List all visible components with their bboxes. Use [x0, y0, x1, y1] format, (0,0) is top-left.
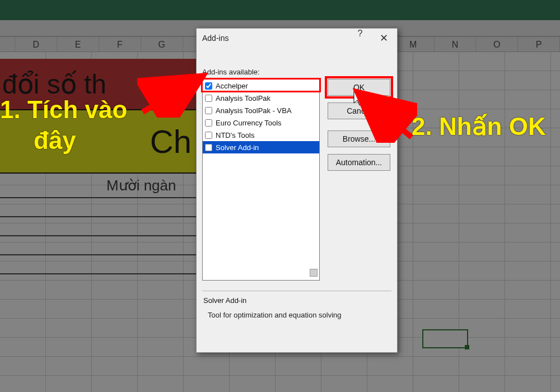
column-header[interactable]: P	[518, 37, 560, 52]
active-cell-cursor[interactable]	[422, 329, 468, 348]
checkbox-ntd-tools[interactable]	[205, 132, 212, 139]
svg-line-0	[143, 78, 199, 112]
list-item-acchelper[interactable]: Acchelper	[203, 80, 319, 92]
addins-listbox[interactable]: Acchelper Analysis ToolPak Analysis Tool…	[202, 79, 320, 281]
list-item-label: Euro Currency Tools	[216, 119, 282, 127]
divider	[202, 291, 391, 291]
column-header[interactable]: O	[476, 37, 518, 52]
row-border	[0, 197, 196, 198]
close-icon: ✕	[380, 32, 388, 44]
column-header[interactable]: N	[435, 37, 477, 52]
checkbox-euro-currency[interactable]	[205, 119, 212, 127]
svg-line-1	[361, 95, 412, 137]
annotation-step1-line2: đây	[0, 127, 76, 154]
checkbox-solver[interactable]	[205, 144, 212, 151]
list-item-ntd-tools[interactable]: NTD's Tools	[203, 129, 319, 141]
close-button[interactable]: ✕	[372, 29, 395, 48]
list-item-label: Solver Add-in	[216, 143, 259, 152]
column-header[interactable]: F	[99, 37, 141, 52]
description-title: Solver Add-in	[203, 296, 246, 305]
arrow-to-ok	[350, 87, 417, 143]
list-item-euro-currency[interactable]: Euro Currency Tools	[203, 116, 319, 129]
list-item-label: NTD's Tools	[216, 131, 254, 139]
text-cell: Mười ngàn	[106, 177, 176, 194]
list-item-analysis-toolpak-vba[interactable]: Analysis ToolPak - VBA	[203, 104, 319, 116]
scrollbar-thumb[interactable]	[310, 269, 318, 277]
description-body: Tool for optimization and equation solvi…	[208, 311, 390, 319]
column-header	[0, 37, 15, 52]
screenshot-stage: D E F G H I J K L M N O P đổi số th Ch M…	[0, 0, 560, 392]
column-header[interactable]: D	[15, 37, 57, 52]
column-header[interactable]: G	[141, 37, 183, 52]
annotation-step1: 1. Tích vào đây	[0, 94, 127, 156]
yellow-banner-text: Ch	[150, 123, 192, 160]
list-item-label: Analysis ToolPak	[216, 94, 270, 102]
help-button[interactable]: ?	[349, 29, 371, 48]
row-border	[0, 273, 196, 274]
column-header[interactable]: M	[393, 37, 435, 52]
list-item-solver[interactable]: Solver Add-in	[203, 141, 319, 153]
addins-dialog: Add-ins ? ✕ Add-ins available: Acchelper…	[196, 28, 398, 353]
list-item-analysis-toolpak[interactable]: Analysis ToolPak	[203, 92, 319, 104]
list-item-label: Analysis ToolPak - VBA	[216, 106, 292, 115]
ribbon-strip	[0, 0, 560, 20]
annotation-step1-line1: 1. Tích vào	[0, 96, 127, 123]
list-item-label: Acchelper	[216, 82, 248, 90]
row-border	[0, 235, 196, 236]
annotation-step2: 2. Nhấn OK	[412, 112, 546, 141]
row-border	[0, 216, 196, 217]
row-border	[0, 254, 196, 255]
automation-button[interactable]: Automation...	[328, 154, 390, 171]
listbox-label: Add-ins available:	[202, 68, 260, 76]
column-header[interactable]: E	[57, 37, 99, 52]
arrow-to-acchelper	[137, 67, 210, 118]
